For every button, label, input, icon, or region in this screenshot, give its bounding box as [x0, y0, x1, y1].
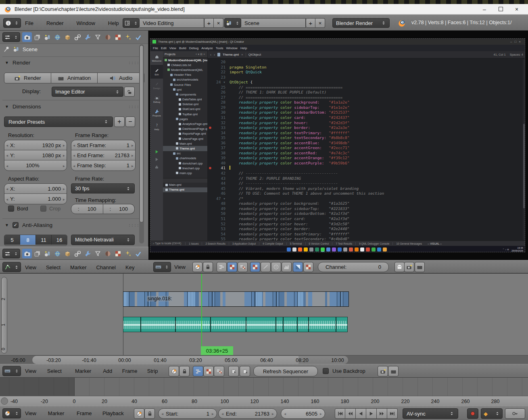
- grease-pencil-button[interactable]: [404, 262, 414, 272]
- border-checkbox[interactable]: [8, 206, 14, 212]
- project-tree-item[interactable]: main.cpp: [163, 170, 207, 175]
- frame-range-field-0[interactable]: ◂Start Frame:1▸: [71, 140, 135, 150]
- frame-rate-dropdown[interactable]: 30 fps: [71, 183, 135, 193]
- lock-button[interactable]: [203, 262, 213, 272]
- aspect-field-1[interactable]: ◂Y:1.000▸: [4, 194, 67, 204]
- taskbar-app-icon[interactable]: [383, 247, 387, 252]
- panel-collapse-arrow-icon[interactable]: ▼: [5, 223, 9, 227]
- taskbar-app-icon[interactable]: [332, 247, 336, 252]
- play-button[interactable]: [366, 408, 377, 419]
- project-tree-item[interactable]: DashboardPage.qml: [163, 127, 207, 131]
- output-pane-button[interactable]: 7 Test Results: [332, 242, 352, 245]
- seq-menu-strip[interactable]: Strip: [147, 368, 158, 374]
- preset-remove-button[interactable]: −: [125, 116, 135, 127]
- menu-render[interactable]: Render: [46, 20, 64, 26]
- qtcreator-window-controls[interactable]: –□×: [510, 40, 523, 44]
- background-button[interactable]: [303, 262, 313, 272]
- time-display-button[interactable]: [169, 366, 179, 376]
- panel-collapse-arrow-icon[interactable]: ▼: [5, 104, 9, 109]
- properties-tab-cube[interactable]: [63, 249, 72, 258]
- project-tree-item[interactable]: linechart.cpp: [163, 166, 207, 170]
- properties-tab-sceneball[interactable]: [42, 32, 52, 42]
- resolution-field-1[interactable]: ◂Y:1080 px▸: [4, 150, 67, 160]
- output-pane-button[interactable]: 3 Application Output: [229, 242, 256, 245]
- tab-close-icon[interactable]: ×: [241, 53, 243, 56]
- taskbar-app-icon[interactable]: [338, 247, 342, 252]
- timeline-menu-marker[interactable]: Marker: [48, 410, 64, 416]
- properties-tab-globe[interactable]: [52, 249, 62, 258]
- view-both-button[interactable]: [238, 262, 248, 272]
- view-sequence-button[interactable]: [193, 366, 203, 376]
- panel-collapse-arrow-icon[interactable]: ▼: [5, 60, 9, 65]
- taskbar-app-icon[interactable]: [298, 247, 302, 252]
- properties-tab-cube[interactable]: [63, 32, 72, 42]
- ruler-scroll-cap[interactable]: [1, 397, 8, 405]
- taskbar-app-icon[interactable]: [326, 247, 330, 252]
- seq-menu-marker[interactable]: Marker: [75, 368, 91, 374]
- project-tree-item[interactable]: AnalyticsPage.qml: [163, 121, 207, 126]
- paste-strips-button[interactable]: [240, 366, 250, 376]
- open-document-item[interactable]: Main.qml: [163, 183, 207, 187]
- editor-scrollbar[interactable]: [523, 59, 525, 240]
- render-button[interactable]: Render: [4, 73, 51, 83]
- qt-menu-help[interactable]: Help: [240, 46, 247, 50]
- timeline-ruler[interactable]: -40-200204060801001201401601802002202402…: [0, 396, 528, 406]
- scene-name-value[interactable]: Scene: [241, 18, 306, 28]
- preview-menu-view[interactable]: View: [174, 264, 186, 270]
- taskbar-app-icon[interactable]: [371, 247, 376, 252]
- properties-tab-funnel[interactable]: [93, 249, 102, 258]
- start-frame-field[interactable]: ◂Start:1▸: [158, 408, 217, 419]
- panel-grip-icon[interactable]: ::::: [128, 60, 140, 65]
- qt-mode-projects[interactable]: Projects: [150, 106, 163, 120]
- project-tree-item[interactable]: src: [163, 151, 207, 156]
- sequencer-ruler[interactable]: -05:00-03:20-01:4000:0001:4003:2005:0006…: [0, 355, 528, 364]
- aa-filter-dropdown[interactable]: Mitchell-Netravali: [71, 235, 135, 245]
- graph-menu-view[interactable]: View: [25, 264, 36, 270]
- properties-tab-sphere[interactable]: [103, 249, 113, 258]
- project-tree-item[interactable]: UsersPage.qml: [163, 136, 207, 141]
- qt-run-button[interactable]: [150, 150, 163, 169]
- nav-back-icon[interactable]: ‹: [210, 53, 211, 57]
- time-remap-field-0[interactable]: :100: [71, 204, 103, 214]
- display-histogram-button[interactable]: [282, 262, 292, 272]
- locator-field[interactable]: ⌕ Type to locate (Ctrl+K): [153, 242, 181, 245]
- properties-tab-globe[interactable]: [52, 32, 62, 42]
- properties-scrollbar[interactable]: [139, 44, 144, 243]
- play-reverse-button[interactable]: [356, 408, 366, 419]
- output-pane-button[interactable]: 1 Issues: [185, 242, 198, 245]
- taskbar-app-icon[interactable]: [343, 247, 347, 252]
- insert-keyframe-button[interactable]: [505, 408, 525, 419]
- qt-menu-view[interactable]: View: [169, 46, 176, 50]
- indent-setting[interactable]: Spaces: 4: [510, 53, 523, 56]
- layoutsel-add-button[interactable]: +: [204, 18, 214, 28]
- taskbar-app-icon[interactable]: [349, 247, 353, 252]
- editor-type-button[interactable]: [2, 249, 20, 258]
- scenesel-add-button[interactable]: +: [306, 18, 315, 28]
- aa-sample-8[interactable]: 8: [20, 235, 35, 245]
- scenesel-unlink-button[interactable]: ×: [315, 18, 325, 28]
- audio-button[interactable]: Audio: [98, 73, 144, 83]
- display-image-button[interactable]: [250, 262, 260, 272]
- properties-tab-bluecheck[interactable]: [133, 32, 143, 42]
- timeline-menu-playback[interactable]: Playback: [102, 410, 124, 416]
- qt-menu-build[interactable]: Build: [179, 46, 186, 50]
- qt-menu-debug[interactable]: Debug: [189, 46, 199, 50]
- taskbar-app-icon[interactable]: [377, 247, 381, 252]
- properties-tab-sceneball[interactable]: [42, 249, 52, 258]
- animation-button[interactable]: Animation: [51, 73, 98, 83]
- taskbar-app-icon[interactable]: [304, 247, 308, 252]
- crop-checkbox[interactable]: [40, 206, 46, 212]
- taskbar-app-icon[interactable]: [366, 247, 370, 252]
- graph-menu-channel[interactable]: Channel: [96, 264, 116, 270]
- lock-button[interactable]: [179, 366, 190, 376]
- video-strip[interactable]: single.018:: [123, 291, 349, 307]
- qt-menu-tools[interactable]: Tools: [216, 46, 223, 50]
- taskbar-app-icon[interactable]: [309, 247, 313, 252]
- panel-grip-icon[interactable]: ::::: [128, 223, 140, 227]
- current-frame-field[interactable]: ◂6505▸: [281, 408, 325, 419]
- properties-tab-sparkle[interactable]: [123, 32, 133, 42]
- overexposed-button[interactable]: [293, 262, 303, 272]
- end-frame-field[interactable]: ◂End:21763▸: [218, 408, 277, 419]
- editor-type-button[interactable]: [2, 366, 21, 376]
- frame-range-field-2[interactable]: ◂Frame Step:1▸: [71, 160, 135, 170]
